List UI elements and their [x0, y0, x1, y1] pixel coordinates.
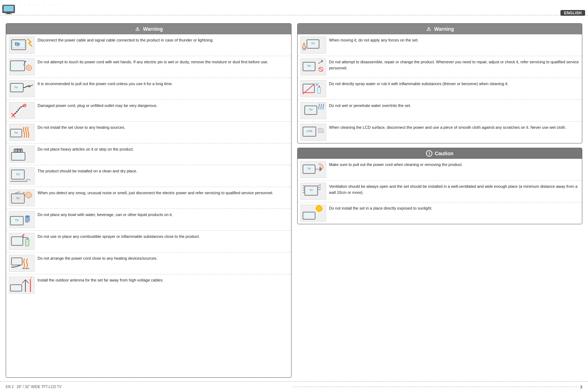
svg-rect-27 — [13, 153, 24, 159]
item-text: It is recommended to pull out the power … — [38, 80, 288, 87]
item-text: Do not use or place any combustible spra… — [38, 233, 288, 240]
item-text: Do not wet or penetrate water over/into … — [329, 102, 579, 109]
left-warning-title: Warning — [143, 26, 163, 32]
svg-line-73 — [315, 83, 317, 84]
item-text: The product should be installed on a cle… — [38, 167, 288, 174]
warning-item: TV Do not wet or penetrate water over/in… — [298, 100, 582, 122]
svg-line-95 — [318, 187, 321, 188]
svg-text:TV: TV — [307, 64, 311, 68]
warning-item: TV It is recommended to pull out the pow… — [6, 78, 291, 100]
right-panel: ⚠ Warning TV When moving it, do not appl… — [297, 23, 582, 378]
svg-text:TV: TV — [307, 167, 311, 170]
item-image: TV — [9, 211, 35, 228]
caution-title: Caution — [435, 151, 453, 156]
item-text: Do not attempt to touch its power cord w… — [38, 58, 288, 65]
warning-item: TV Do not install the set close to any h… — [6, 122, 291, 143]
item-image: LCD — [300, 124, 326, 141]
svg-point-72 — [316, 84, 318, 86]
warning-item: Do not arrange the power cord close to a… — [6, 253, 291, 274]
svg-rect-17 — [28, 85, 30, 87]
svg-text:TV: TV — [15, 219, 19, 222]
item-image: ! — [9, 102, 35, 119]
svg-text:TV: TV — [16, 173, 20, 176]
svg-line-94 — [318, 185, 321, 186]
warning-item: Do not attempt to touch its power cord w… — [6, 56, 291, 78]
item-image: TV — [9, 189, 35, 206]
item-text: Do not directly spray water or rub it wi… — [329, 80, 579, 87]
left-warning-header: ⚠ Warning — [6, 24, 291, 34]
svg-text:⚡: ⚡ — [30, 277, 33, 279]
item-image — [9, 255, 35, 272]
item-text: Install the outdoor antenna for the set … — [38, 276, 288, 283]
warning-item: Heavy Do not place heavy articles on it … — [6, 143, 291, 165]
warning-item: Do not directly spray water or rub it wi… — [298, 78, 582, 100]
item-image: TV — [300, 36, 326, 54]
svg-text:TV: TV — [14, 131, 18, 134]
footer-page-num: EN 2 — [6, 385, 14, 389]
warning-item: TV When you detect any smog, unusual noi… — [6, 187, 291, 209]
item-text: Do not place heavy articles on it or ste… — [38, 146, 288, 152]
svg-rect-44 — [13, 238, 22, 244]
warning-item: Do not use or place any combustible spra… — [6, 231, 291, 253]
warning-item: ⚡ Install the outdoor antenna for the se… — [6, 274, 291, 296]
language-badge: ENGLISH — [560, 10, 585, 16]
warning-item: ! Damaged power cord, plug or unfitted o… — [6, 100, 291, 122]
warning-item: Do not install the set in a place direct… — [298, 202, 582, 224]
warning-item: TV Make sure to pull out the power cord … — [298, 159, 582, 181]
item-image — [300, 80, 326, 97]
item-text: Make sure to pull out the power cord whe… — [329, 161, 579, 168]
item-text: When moving it, do not apply any forces … — [329, 36, 579, 43]
item-text: Do not attempt to disassemble, repair or… — [329, 58, 579, 71]
top-dots: · · · · · · · · · · · — [14, 3, 65, 7]
svg-point-14 — [25, 61, 26, 62]
svg-rect-71 — [319, 85, 320, 88]
left-warning-panel: ⚠ Warning TV Disconnect the power cable … — [6, 23, 291, 378]
warning-triangle-icon-left: ⚠ — [134, 26, 141, 32]
main-content: ⚠ Warning TV Disconnect the power cable … — [0, 20, 588, 381]
top-divider — [0, 15, 588, 15]
svg-rect-46 — [27, 237, 28, 240]
item-image: TV — [300, 58, 326, 75]
svg-line-56 — [25, 280, 29, 283]
warning-item: TV Disconnect the power cable and signal… — [6, 34, 291, 56]
caution-header: i Caution — [298, 148, 582, 159]
svg-line-55 — [22, 280, 25, 283]
item-image: TV — [9, 167, 35, 185]
svg-text:!: ! — [24, 104, 25, 108]
warning-item: TV Ventilation should be always open and… — [298, 181, 582, 202]
item-text: Do not place any bowl with water, bevera… — [38, 211, 288, 218]
left-warning-items: TV Disconnect the power cable and signal… — [6, 34, 291, 296]
item-image: TV — [300, 183, 326, 200]
svg-text:Heavy: Heavy — [14, 149, 23, 152]
item-image — [9, 58, 35, 75]
svg-text:TV: TV — [15, 42, 19, 46]
svg-line-67 — [319, 68, 323, 71]
svg-point-42 — [25, 216, 30, 217]
footer-page-right: 3 — [580, 385, 582, 389]
item-text: Disconnect the power cable and signal ca… — [38, 36, 288, 43]
svg-text:TV: TV — [310, 189, 313, 191]
svg-line-8 — [29, 43, 32, 46]
item-image: TV — [300, 102, 326, 119]
svg-point-47 — [22, 235, 24, 236]
svg-rect-98 — [304, 213, 314, 218]
svg-text:TV: TV — [16, 197, 20, 200]
warning-item: LCD When cleaning the LCD surface, disco… — [298, 122, 582, 143]
item-text: Do not install the set close to any heat… — [38, 124, 288, 131]
item-image — [300, 205, 326, 222]
item-text: When you detect any smog, unusual noise … — [38, 189, 288, 196]
svg-rect-45 — [25, 239, 29, 246]
svg-rect-53 — [11, 286, 21, 290]
caution-panel: i Caution TV Make sure to pull out the p… — [297, 148, 582, 224]
right-warning-panel: ⚠ Warning TV When moving it, do not appl… — [297, 23, 582, 143]
item-image: Heavy — [9, 146, 35, 163]
svg-rect-12 — [11, 62, 24, 69]
item-image — [9, 233, 35, 250]
footer: EN 2 28" / 32" WIDE TFT-LCD TV 3 — [0, 381, 588, 392]
footer-dots — [293, 387, 577, 387]
svg-text:LCD: LCD — [307, 129, 312, 133]
item-text: Ventilation should be always open and th… — [329, 183, 579, 195]
item-text: When cleaning the LCD surface, disconnec… — [329, 124, 579, 131]
item-image: TV — [300, 161, 326, 178]
warning-triangle-icon-right: ⚠ — [426, 26, 432, 32]
